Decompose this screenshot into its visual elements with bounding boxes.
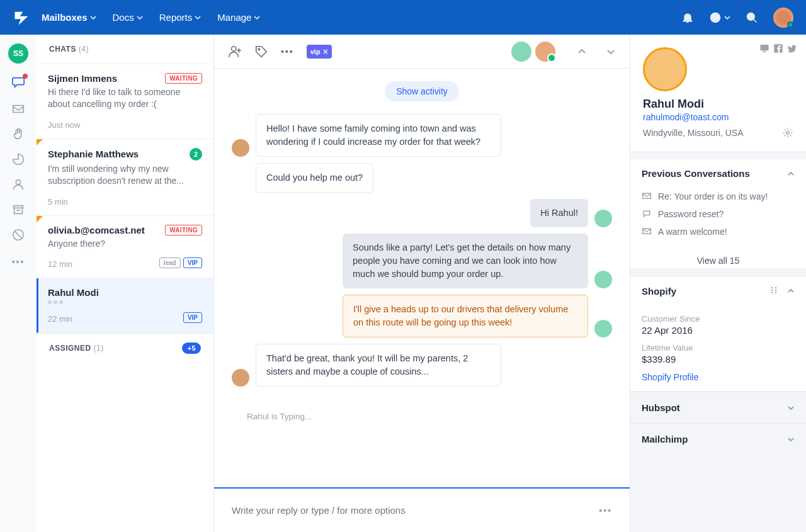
- unread-count-badge: 2: [190, 148, 202, 161]
- prev-conversation-item[interactable]: A warm welcome!: [642, 223, 795, 241]
- chat-list-item[interactable]: Rahul Modi 22 min VIP: [37, 278, 213, 333]
- desktop-icon[interactable]: [759, 43, 769, 54]
- nav-item-reports[interactable]: Reports: [159, 12, 202, 23]
- typing-indicator: Rahul is Typing...: [232, 412, 612, 421]
- customer-avatar-icon: [232, 369, 249, 387]
- message-row: Could you help me out?: [232, 163, 612, 193]
- archive-icon[interactable]: [11, 203, 25, 217]
- chat-list-item[interactable]: Stephanie Matthews 2 I'm still wondering…: [37, 139, 213, 216]
- left-rail: SS •••: [0, 35, 37, 532]
- assigned-more-badge[interactable]: +5: [182, 342, 201, 354]
- participant-avatar[interactable]: [535, 42, 555, 62]
- facebook-icon[interactable]: [773, 43, 783, 54]
- svg-point-10: [771, 287, 773, 288]
- chat-item-name: Stephanie Matthews: [48, 149, 139, 159]
- tag-vip: VIP: [183, 258, 202, 268]
- svg-point-11: [775, 287, 776, 288]
- nav-item-mailboxes[interactable]: Mailboxes: [42, 12, 96, 23]
- chevron-up-icon: [787, 287, 795, 295]
- reply-composer[interactable]: •••: [214, 487, 630, 532]
- twitter-icon[interactable]: [787, 43, 797, 54]
- chat-list: CHATS (4) Sijmen Immens WAITING Hi there…: [37, 35, 214, 532]
- prev-conversation-arrow[interactable]: [577, 47, 587, 57]
- message-bubble-customer: Hello! I have some family coming into to…: [256, 114, 501, 157]
- notifications-icon[interactable]: [681, 11, 694, 24]
- vip-tag-chip[interactable]: vip×: [307, 45, 332, 59]
- nav-item-docs[interactable]: Docs: [113, 12, 143, 23]
- mail-icon: [642, 227, 652, 237]
- waiting-badge: WAITING: [165, 225, 202, 235]
- mailchimp-section-header[interactable]: Mailchimp: [630, 423, 806, 455]
- chat-item-time: 5 min: [48, 197, 68, 207]
- shopify-profile-link[interactable]: Shopify Profile: [642, 372, 795, 382]
- chat-item-time: 22 min: [48, 314, 72, 324]
- chat-item-time: 12 min: [48, 259, 72, 269]
- assigned-header[interactable]: ASSIGNED (1) +5: [37, 333, 213, 363]
- shopify-header[interactable]: Shopify: [630, 277, 806, 305]
- chevron-down-icon: [254, 14, 260, 21]
- next-conversation-arrow[interactable]: [606, 47, 616, 57]
- chat-icon: [642, 209, 652, 219]
- reply-input[interactable]: [232, 505, 599, 516]
- agent-avatar-icon: [594, 320, 612, 337]
- customer-profile-card: Rahul Modi rahulmodi@toast.com Windyvill…: [630, 35, 806, 151]
- customer-name: Rahul Modi: [643, 98, 793, 111]
- rail-chat[interactable]: [11, 75, 25, 91]
- message-bubble-customer: Could you help me out?: [256, 163, 373, 193]
- people-icon[interactable]: [11, 178, 25, 191]
- prev-conversation-item[interactable]: Password reset?: [642, 205, 795, 223]
- svg-point-6: [232, 46, 236, 50]
- tag-vip: VIP: [183, 312, 202, 323]
- current-user-avatar[interactable]: [773, 8, 793, 28]
- svg-point-13: [775, 290, 776, 291]
- chat-preview: I'm still wondering why my new subscript…: [48, 163, 202, 187]
- previous-conversations-header[interactable]: Previous Conversations: [630, 159, 806, 188]
- message-row: Hi Rahul!: [232, 199, 612, 227]
- message-row: I'll give a heads up to our drivers that…: [232, 295, 612, 337]
- message-bubble-agent: Hi Rahul!: [530, 199, 588, 227]
- customer-avatar-icon: [232, 139, 249, 157]
- conversation-toolbar: ••• vip×: [214, 35, 630, 69]
- svg-point-14: [771, 292, 773, 293]
- toolbar-more-icon[interactable]: •••: [281, 47, 294, 57]
- rail-more-icon[interactable]: •••: [12, 257, 25, 267]
- svg-point-7: [258, 48, 260, 50]
- conversation-body: Show activity Hello! I have some family …: [214, 69, 630, 487]
- chat-list-item[interactable]: Sijmen Immens WAITING Hi there I'd like …: [37, 64, 213, 139]
- participant-avatar[interactable]: [511, 42, 531, 62]
- conversation-panel: ••• vip× Show activity Hello! I have som…: [214, 35, 630, 532]
- top-navigation: MailboxesDocsReportsManage: [0, 0, 806, 35]
- waiting-badge: WAITING: [165, 73, 202, 84]
- chat-list-item[interactable]: olivia.b@comcast.net WAITING Anyone ther…: [37, 216, 213, 279]
- view-all-link[interactable]: View all 15: [630, 249, 806, 268]
- hubspot-section-header[interactable]: Hubspot: [630, 392, 806, 423]
- svg-point-1: [713, 15, 718, 20]
- search-icon[interactable]: [746, 11, 758, 24]
- message-row: Sounds like a party! Let's get the detai…: [232, 234, 612, 288]
- inbox-icon[interactable]: [11, 102, 25, 116]
- workspace-avatar[interactable]: SS: [8, 43, 28, 64]
- gear-icon[interactable]: [782, 127, 793, 139]
- assign-icon[interactable]: [228, 45, 242, 59]
- tag-lead: lead: [159, 258, 181, 268]
- chevron-down-icon: [787, 404, 795, 412]
- svg-point-3: [16, 180, 20, 184]
- customer-email[interactable]: rahulmodi@toast.com: [643, 112, 793, 122]
- reports-icon[interactable]: [11, 152, 25, 166]
- customer-since-value: 22 Apr 2016: [642, 325, 795, 336]
- reply-more-icon[interactable]: •••: [599, 506, 612, 516]
- show-activity-button[interactable]: Show activity: [385, 81, 459, 101]
- prev-conversation-item[interactable]: Re: Your order is on its way!: [642, 188, 795, 205]
- help-menu[interactable]: [709, 11, 730, 24]
- remove-tag-icon[interactable]: ×: [323, 47, 328, 57]
- message-bubble-note: I'll give a heads up to our drivers that…: [343, 295, 588, 337]
- customer-location: Windyville, Missouri, USA: [643, 128, 743, 138]
- nav-item-manage[interactable]: Manage: [217, 12, 260, 23]
- shopify-section: Shopify Customer Since 22 Apr 2016 Lifet…: [630, 276, 806, 392]
- customer-sidebar: Rahul Modi rahulmodi@toast.com Windyvill…: [630, 35, 806, 532]
- drag-handle-icon[interactable]: [769, 286, 778, 295]
- hand-icon[interactable]: [11, 127, 25, 141]
- tag-icon[interactable]: [254, 45, 268, 59]
- blocked-icon[interactable]: [11, 228, 25, 242]
- lifebuoy-icon: [709, 11, 722, 24]
